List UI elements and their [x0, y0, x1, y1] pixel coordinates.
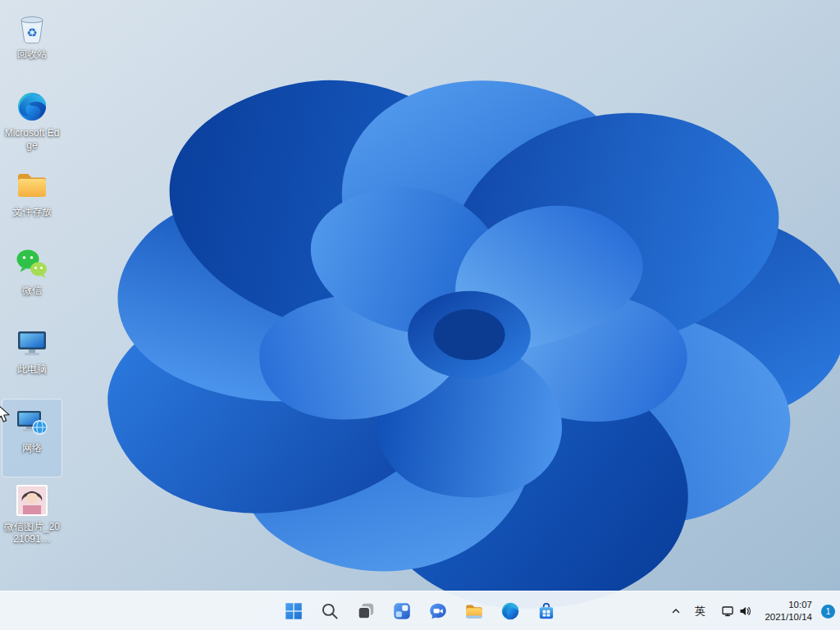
chat-button[interactable] — [422, 595, 454, 628]
recycle-bin-icon: ♻ — [14, 10, 50, 46]
edge-icon — [14, 89, 50, 125]
folder-icon — [463, 600, 485, 622]
desktop-icon-label: 此电脑 — [17, 363, 47, 376]
taskbar-center — [277, 591, 563, 630]
desktop-icon-file-folder[interactable]: 文件存放 — [2, 162, 62, 241]
desktop-icon-label: 回收站 — [17, 48, 47, 61]
chat-icon — [427, 600, 449, 622]
chevron-up-icon — [670, 605, 682, 617]
edge-icon — [500, 600, 521, 622]
desktop-icon-wechat-image[interactable]: 微信图片_2021091… — [2, 477, 62, 556]
network-volume-button[interactable] — [712, 595, 760, 628]
wechat-icon — [14, 246, 50, 282]
tray-overflow-button[interactable] — [664, 595, 687, 628]
desktop-icon-label: 网络 — [22, 442, 42, 454]
wallpaper-bloom — [0, 0, 840, 630]
clock-date: 2021/10/14 — [765, 611, 812, 623]
task-view-button[interactable] — [349, 595, 382, 628]
start-button[interactable] — [277, 595, 310, 628]
store-icon — [536, 600, 557, 622]
search-icon — [319, 600, 340, 622]
ime-indicator[interactable]: 英 — [687, 595, 712, 628]
clock-time: 10:07 — [788, 599, 812, 611]
desktop-icon-label: Microsoft Edge — [2, 127, 62, 153]
system-tray: 英 10:07 2021/10/14 1 — [664, 591, 838, 630]
widgets-button[interactable] — [386, 595, 418, 628]
svg-text:♻: ♻ — [26, 25, 37, 39]
network-status-icon — [721, 605, 734, 618]
desktop-icons: ♻ 回收站 Microsoft Edge 文件存放 — [2, 5, 62, 556]
desktop-icon-label: 微信图片_2021091… — [2, 521, 62, 546]
desktop-icon-network[interactable]: 网络 — [2, 399, 62, 477]
clock-button[interactable]: 10:07 2021/10/14 — [760, 595, 819, 628]
widgets-icon — [391, 600, 413, 622]
desktop-icon-recycle-bin[interactable]: ♻ 回收站 — [2, 5, 62, 84]
desktop-icon-label: 微信 — [22, 285, 42, 297]
notification-badge[interactable]: 1 — [821, 605, 835, 619]
desktop-icon-this-pc[interactable]: 此电脑 — [2, 320, 62, 399]
desktop-icon-wechat[interactable]: 微信 — [2, 241, 62, 320]
folder-icon — [14, 167, 50, 203]
network-icon — [14, 404, 50, 440]
windows-start-icon — [283, 600, 304, 622]
task-view-icon — [355, 600, 377, 622]
image-thumbnail-icon — [14, 482, 50, 518]
edge-browser-button[interactable] — [494, 595, 527, 628]
store-button[interactable] — [530, 595, 563, 628]
search-button[interactable] — [313, 595, 346, 628]
windows-desktop: ♻ 回收站 Microsoft Edge 文件存放 — [0, 0, 840, 630]
taskbar: 英 10:07 2021/10/14 1 — [0, 591, 840, 630]
file-explorer-button[interactable] — [458, 595, 491, 628]
desktop-icon-label: 文件存放 — [12, 206, 52, 218]
volume-icon — [738, 605, 751, 618]
desktop-icon-microsoft-edge[interactable]: Microsoft Edge — [2, 84, 62, 162]
computer-icon — [14, 325, 50, 361]
